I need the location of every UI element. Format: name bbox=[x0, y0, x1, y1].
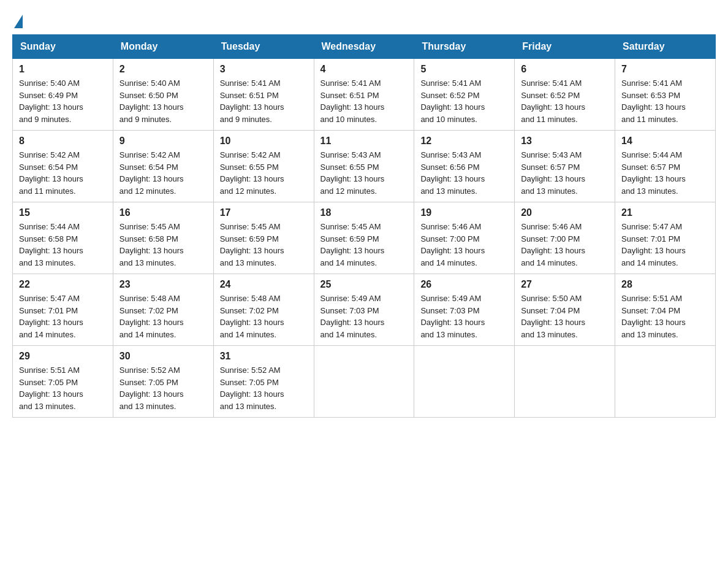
day-info: Sunrise: 5:41 AM Sunset: 6:51 PM Dayligh… bbox=[320, 77, 408, 125]
calendar-cell bbox=[314, 346, 414, 418]
calendar-cell: 6 Sunrise: 5:41 AM Sunset: 6:52 PM Dayli… bbox=[515, 59, 615, 131]
day-number: 25 bbox=[320, 279, 408, 290]
day-number: 1 bbox=[19, 64, 107, 75]
day-number: 4 bbox=[320, 64, 408, 75]
day-number: 28 bbox=[621, 279, 709, 290]
weekday-header-tuesday: Tuesday bbox=[213, 35, 314, 59]
calendar-cell: 27 Sunrise: 5:50 AM Sunset: 7:04 PM Dayl… bbox=[515, 274, 615, 346]
weekday-header-wednesday: Wednesday bbox=[314, 35, 414, 59]
day-number: 13 bbox=[521, 136, 609, 147]
calendar-cell: 29 Sunrise: 5:51 AM Sunset: 7:05 PM Dayl… bbox=[13, 346, 113, 418]
calendar-cell: 5 Sunrise: 5:41 AM Sunset: 6:52 PM Dayli… bbox=[414, 59, 515, 131]
day-number: 22 bbox=[19, 279, 107, 290]
day-number: 3 bbox=[220, 64, 308, 75]
day-info: Sunrise: 5:49 AM Sunset: 7:03 PM Dayligh… bbox=[420, 293, 508, 340]
weekday-header-friday: Friday bbox=[515, 35, 615, 59]
calendar-week-row: 1 Sunrise: 5:40 AM Sunset: 6:49 PM Dayli… bbox=[13, 59, 716, 131]
calendar-cell: 26 Sunrise: 5:49 AM Sunset: 7:03 PM Dayl… bbox=[414, 274, 515, 346]
logo-triangle-icon bbox=[14, 15, 23, 28]
day-number: 8 bbox=[19, 136, 107, 147]
calendar-week-row: 8 Sunrise: 5:42 AM Sunset: 6:54 PM Dayli… bbox=[13, 131, 716, 202]
weekday-header-thursday: Thursday bbox=[414, 35, 515, 59]
day-number: 26 bbox=[420, 279, 508, 290]
calendar-cell: 22 Sunrise: 5:47 AM Sunset: 7:01 PM Dayl… bbox=[13, 274, 113, 346]
day-info: Sunrise: 5:40 AM Sunset: 6:49 PM Dayligh… bbox=[19, 77, 107, 125]
calendar-cell bbox=[515, 346, 615, 418]
calendar-cell: 17 Sunrise: 5:45 AM Sunset: 6:59 PM Dayl… bbox=[213, 202, 314, 274]
calendar-week-row: 22 Sunrise: 5:47 AM Sunset: 7:01 PM Dayl… bbox=[13, 274, 716, 346]
day-number: 7 bbox=[621, 64, 709, 75]
calendar-cell: 18 Sunrise: 5:45 AM Sunset: 6:59 PM Dayl… bbox=[314, 202, 414, 274]
day-number: 30 bbox=[119, 351, 207, 362]
day-number: 14 bbox=[621, 136, 709, 147]
calendar-cell bbox=[414, 346, 515, 418]
day-info: Sunrise: 5:47 AM Sunset: 7:01 PM Dayligh… bbox=[621, 221, 709, 269]
day-number: 23 bbox=[119, 279, 207, 290]
calendar-week-row: 29 Sunrise: 5:51 AM Sunset: 7:05 PM Dayl… bbox=[13, 346, 716, 418]
day-number: 27 bbox=[521, 279, 609, 290]
day-info: Sunrise: 5:40 AM Sunset: 6:50 PM Dayligh… bbox=[119, 77, 207, 125]
calendar-cell: 16 Sunrise: 5:45 AM Sunset: 6:58 PM Dayl… bbox=[113, 202, 213, 274]
calendar-cell: 12 Sunrise: 5:43 AM Sunset: 6:56 PM Dayl… bbox=[414, 131, 515, 202]
day-number: 17 bbox=[220, 207, 308, 218]
day-info: Sunrise: 5:51 AM Sunset: 7:04 PM Dayligh… bbox=[621, 293, 709, 340]
weekday-header-row: SundayMondayTuesdayWednesdayThursdayFrid… bbox=[13, 35, 716, 59]
day-info: Sunrise: 5:42 AM Sunset: 6:54 PM Dayligh… bbox=[119, 149, 207, 197]
page-header bbox=[12, 12, 716, 28]
weekday-header-sunday: Sunday bbox=[13, 35, 113, 59]
calendar-cell: 3 Sunrise: 5:41 AM Sunset: 6:51 PM Dayli… bbox=[213, 59, 314, 131]
day-number: 5 bbox=[420, 64, 508, 75]
calendar-table: SundayMondayTuesdayWednesdayThursdayFrid… bbox=[12, 34, 716, 418]
day-info: Sunrise: 5:50 AM Sunset: 7:04 PM Dayligh… bbox=[521, 293, 609, 340]
calendar-cell: 2 Sunrise: 5:40 AM Sunset: 6:50 PM Dayli… bbox=[113, 59, 213, 131]
day-number: 20 bbox=[521, 207, 609, 218]
day-number: 11 bbox=[320, 136, 408, 147]
day-number: 31 bbox=[220, 351, 308, 362]
calendar-cell: 28 Sunrise: 5:51 AM Sunset: 7:04 PM Dayl… bbox=[615, 274, 716, 346]
day-info: Sunrise: 5:41 AM Sunset: 6:53 PM Dayligh… bbox=[621, 77, 709, 125]
calendar-cell: 1 Sunrise: 5:40 AM Sunset: 6:49 PM Dayli… bbox=[13, 59, 113, 131]
day-info: Sunrise: 5:47 AM Sunset: 7:01 PM Dayligh… bbox=[19, 293, 107, 340]
calendar-cell: 11 Sunrise: 5:43 AM Sunset: 6:55 PM Dayl… bbox=[314, 131, 414, 202]
day-number: 21 bbox=[621, 207, 709, 218]
weekday-header-monday: Monday bbox=[113, 35, 213, 59]
calendar-cell: 14 Sunrise: 5:44 AM Sunset: 6:57 PM Dayl… bbox=[615, 131, 716, 202]
day-info: Sunrise: 5:51 AM Sunset: 7:05 PM Dayligh… bbox=[19, 364, 107, 412]
day-info: Sunrise: 5:41 AM Sunset: 6:51 PM Dayligh… bbox=[220, 77, 308, 125]
day-info: Sunrise: 5:48 AM Sunset: 7:02 PM Dayligh… bbox=[220, 293, 308, 340]
calendar-cell: 30 Sunrise: 5:52 AM Sunset: 7:05 PM Dayl… bbox=[113, 346, 213, 418]
calendar-cell: 15 Sunrise: 5:44 AM Sunset: 6:58 PM Dayl… bbox=[13, 202, 113, 274]
day-number: 2 bbox=[119, 64, 207, 75]
calendar-cell: 21 Sunrise: 5:47 AM Sunset: 7:01 PM Dayl… bbox=[615, 202, 716, 274]
day-info: Sunrise: 5:52 AM Sunset: 7:05 PM Dayligh… bbox=[119, 364, 207, 412]
calendar-cell: 20 Sunrise: 5:46 AM Sunset: 7:00 PM Dayl… bbox=[515, 202, 615, 274]
calendar-cell: 19 Sunrise: 5:46 AM Sunset: 7:00 PM Dayl… bbox=[414, 202, 515, 274]
day-info: Sunrise: 5:45 AM Sunset: 6:59 PM Dayligh… bbox=[220, 221, 308, 269]
calendar-cell bbox=[615, 346, 716, 418]
calendar-cell: 8 Sunrise: 5:42 AM Sunset: 6:54 PM Dayli… bbox=[13, 131, 113, 202]
day-info: Sunrise: 5:43 AM Sunset: 6:57 PM Dayligh… bbox=[521, 149, 609, 197]
day-number: 29 bbox=[19, 351, 107, 362]
day-info: Sunrise: 5:41 AM Sunset: 6:52 PM Dayligh… bbox=[420, 77, 508, 125]
day-info: Sunrise: 5:49 AM Sunset: 7:03 PM Dayligh… bbox=[320, 293, 408, 340]
calendar-cell: 23 Sunrise: 5:48 AM Sunset: 7:02 PM Dayl… bbox=[113, 274, 213, 346]
day-info: Sunrise: 5:45 AM Sunset: 6:59 PM Dayligh… bbox=[320, 221, 408, 269]
calendar-cell: 9 Sunrise: 5:42 AM Sunset: 6:54 PM Dayli… bbox=[113, 131, 213, 202]
day-number: 19 bbox=[420, 207, 508, 218]
day-number: 24 bbox=[220, 279, 308, 290]
day-info: Sunrise: 5:43 AM Sunset: 6:56 PM Dayligh… bbox=[420, 149, 508, 197]
day-number: 10 bbox=[220, 136, 308, 147]
calendar-cell: 10 Sunrise: 5:42 AM Sunset: 6:55 PM Dayl… bbox=[213, 131, 314, 202]
day-info: Sunrise: 5:45 AM Sunset: 6:58 PM Dayligh… bbox=[119, 221, 207, 269]
calendar-cell: 4 Sunrise: 5:41 AM Sunset: 6:51 PM Dayli… bbox=[314, 59, 414, 131]
weekday-header-saturday: Saturday bbox=[615, 35, 716, 59]
day-info: Sunrise: 5:42 AM Sunset: 6:54 PM Dayligh… bbox=[19, 149, 107, 197]
day-info: Sunrise: 5:46 AM Sunset: 7:00 PM Dayligh… bbox=[420, 221, 508, 269]
logo bbox=[12, 12, 23, 28]
day-info: Sunrise: 5:46 AM Sunset: 7:00 PM Dayligh… bbox=[521, 221, 609, 269]
day-info: Sunrise: 5:41 AM Sunset: 6:52 PM Dayligh… bbox=[521, 77, 609, 125]
calendar-week-row: 15 Sunrise: 5:44 AM Sunset: 6:58 PM Dayl… bbox=[13, 202, 716, 274]
day-number: 15 bbox=[19, 207, 107, 218]
day-info: Sunrise: 5:52 AM Sunset: 7:05 PM Dayligh… bbox=[220, 364, 308, 412]
day-number: 18 bbox=[320, 207, 408, 218]
